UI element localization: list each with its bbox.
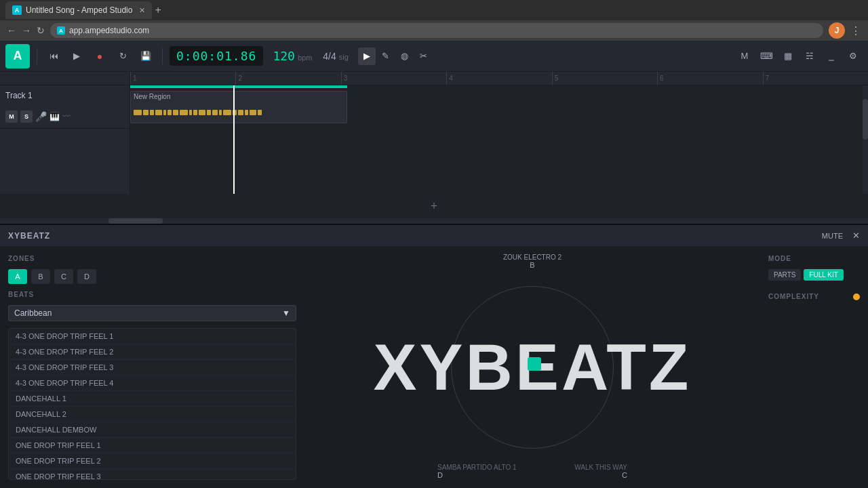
time-sig-label: sig <box>339 53 349 61</box>
region-content <box>131 102 347 123</box>
zone-a-btn[interactable]: A <box>8 269 27 284</box>
record-btn[interactable]: ● <box>90 47 109 66</box>
plugin-header: XYBEATZ MUTE ✕ <box>0 225 868 247</box>
beat-list-item[interactable]: 4-3 ONE DROP TRIP FEEL 4 <box>9 375 296 391</box>
complexity-indicator <box>853 293 860 300</box>
scroll-thumb-h[interactable] <box>108 218 163 224</box>
settings-btn[interactable]: ⚙ <box>844 47 863 66</box>
midi-btn[interactable]: M <box>735 47 754 66</box>
midi-note <box>199 110 205 115</box>
forward-btn[interactable]: → <box>22 25 31 36</box>
skip-start-btn[interactable]: ⏮ <box>44 47 63 66</box>
profile-btn[interactable]: J <box>829 22 845 39</box>
daw-app: A ⏮ ▶ ● ↻ 💾 0:00:01.86 120 bpm 4/4 sig ▶… <box>0 41 868 488</box>
beat-list-item[interactable]: ONE DROP TRIP FEEL 3 <box>9 469 296 480</box>
horizontal-scrollbar[interactable] <box>0 218 868 224</box>
track-timeline[interactable]: New Region <box>130 85 863 194</box>
zone-d-btn[interactable]: D <box>77 269 96 284</box>
xy-bottom-right: WALK THIS WAY C <box>574 464 627 479</box>
midi-note <box>207 110 211 115</box>
browser-menu-btn[interactable]: ⋮ <box>850 24 861 37</box>
midi-note <box>250 110 256 115</box>
ruler-mark-4: 4 <box>446 72 551 85</box>
back-btn[interactable]: ← <box>7 25 16 36</box>
draw-tool-btn[interactable]: ✎ <box>377 47 395 65</box>
browser-chrome: A Untitled Song - Amped Studio ✕ + ← → ↻… <box>0 0 868 41</box>
loop-btn[interactable]: ↻ <box>113 47 132 66</box>
clock-tool-btn[interactable]: ◍ <box>396 47 414 65</box>
mute-btn[interactable]: M <box>5 110 18 123</box>
beats-dropdown[interactable]: Caribbean ▼ <box>8 305 296 321</box>
toolbar-tools: ▶ ✎ ◍ ✂ <box>358 47 433 65</box>
xy-pad[interactable]: SAMBA PARTIDO ALTO 1 D WALK THIS WAY C <box>431 276 634 459</box>
zone-buttons: A B C D <box>8 269 296 284</box>
browser-tab[interactable]: A Untitled Song - Amped Studio ✕ <box>5 1 152 19</box>
url-field[interactable]: A app.ampedstudio.com <box>50 23 823 38</box>
beat-list-item[interactable]: ONE DROP TRIP FEEL 2 <box>9 453 296 469</box>
time-sig-display: 4/4 <box>323 51 336 62</box>
piano-btn[interactable]: ⌨ <box>757 47 776 66</box>
zone-b-btn[interactable]: B <box>31 269 50 284</box>
ruler-mark-7: 7 <box>763 72 868 85</box>
bpm-display: 120 <box>273 49 295 63</box>
tracks-container: Track 1 M S 🎤 🎹 〰 <box>0 85 868 194</box>
wave-icon: 〰 <box>62 112 71 121</box>
tab-close-btn[interactable]: ✕ <box>139 6 145 15</box>
plugin-body: ZONES A B C D BEATS Caribbean ▼ 4-3 ONE <box>0 247 868 488</box>
grid-btn[interactable]: ☵ <box>800 47 819 66</box>
midi-note <box>245 110 248 115</box>
tab-favicon: A <box>12 5 22 15</box>
full-kit-mode-btn[interactable]: FULL KIT <box>804 269 843 281</box>
midi-note <box>219 110 222 115</box>
plugin-header-right: MUTE ✕ <box>818 230 860 241</box>
zone-c-btn[interactable]: C <box>54 269 73 284</box>
new-tab-btn[interactable]: + <box>155 4 161 16</box>
beat-list-item[interactable]: 4-3 ONE DROP TRIP FEEL 2 <box>9 344 296 360</box>
xy-corner-labels: SAMBA PARTIDO ALTO 1 D WALK THIS WAY C <box>431 464 634 479</box>
select-tool-btn[interactable]: ▶ <box>358 47 376 65</box>
beat-list-item[interactable]: ONE DROP TRIP FEEL 1 <box>9 438 296 453</box>
save-btn[interactable]: 💾 <box>136 47 155 66</box>
mode-label: MODE <box>768 255 860 262</box>
beat-list-item[interactable]: 4-3 ONE DROP TRIP FEEL 1 <box>9 329 296 344</box>
xy-cursor[interactable] <box>528 357 541 371</box>
xy-bottom-left-label: SAMBA PARTIDO ALTO 1 <box>437 464 517 471</box>
cut-tool-btn[interactable]: ✂ <box>415 47 433 65</box>
plugin-mute-btn[interactable]: MUTE <box>818 230 847 241</box>
complexity-label: COMPLEXITY <box>768 293 819 300</box>
split-btn[interactable]: ⎯ <box>822 47 841 66</box>
bpm-label: bpm <box>298 54 312 62</box>
midi-note <box>223 110 231 115</box>
play-btn[interactable]: ▶ <box>67 47 86 66</box>
midi-note <box>212 110 218 115</box>
parts-mode-btn[interactable]: PARTS <box>768 269 801 281</box>
ruler-mark-5: 5 <box>552 72 657 85</box>
refresh-btn[interactable]: ↻ <box>37 25 45 36</box>
beat-list-item[interactable]: DANCEHALL DEMBOW <box>9 422 296 438</box>
ruler-marks: 1 2 3 4 5 6 7 <box>130 72 868 85</box>
beats-list[interactable]: 4-3 ONE DROP TRIP FEEL 14-3 ONE DROP TRI… <box>8 328 296 480</box>
scroll-thumb-v[interactable] <box>863 99 868 140</box>
selection-bar <box>130 85 347 88</box>
daw-logo: A <box>5 44 30 68</box>
solo-btn[interactable]: S <box>20 110 33 123</box>
ruler-mark-6: 6 <box>657 72 762 85</box>
add-track-btn[interactable]: + <box>0 194 868 218</box>
beat-list-item[interactable]: DANCEHALL 1 <box>9 391 296 407</box>
track-region[interactable]: New Region <box>130 91 347 123</box>
vertical-scrollbar[interactable] <box>863 85 868 194</box>
mode-buttons: PARTS FULL KIT <box>768 269 860 281</box>
region-label: New Region <box>134 93 170 100</box>
beat-list-item[interactable]: 4-3 ONE DROP TRIP FEEL 3 <box>9 360 296 375</box>
address-bar: ← → ↻ A app.ampedstudio.com J ⋮ <box>0 20 868 41</box>
xy-top-letter: B <box>503 261 561 269</box>
plugin-center-panel: ZOUK ELECTRO 2 B XYBEATZ SAMBA PARTIDO A… <box>305 247 760 488</box>
midi-note <box>173 110 178 115</box>
midi-note <box>258 110 262 115</box>
eq-btn[interactable]: ▦ <box>778 47 797 66</box>
toolbar-right: M ⌨ ▦ ☵ ⎯ ⚙ <box>735 47 863 66</box>
track-headers: Track 1 M S 🎤 🎹 〰 <box>0 85 130 194</box>
xy-bottom-right-label: WALK THIS WAY <box>574 464 627 471</box>
beat-list-item[interactable]: DANCEHALL 2 <box>9 407 296 422</box>
plugin-close-btn[interactable]: ✕ <box>852 230 860 241</box>
